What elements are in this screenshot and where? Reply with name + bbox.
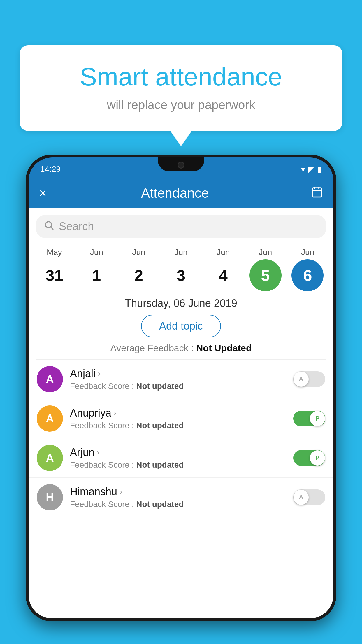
calendar-day-4[interactable]: Jun4 — [204, 248, 242, 291]
status-icons: ▾ ◤ ▮ — [301, 164, 322, 174]
student-name-3: Himanshu › — [70, 486, 293, 498]
student-name-0: Anjali › — [70, 368, 293, 380]
feedback-score-0: Feedback Score : Not updated — [70, 382, 293, 391]
volume-silent-button — [26, 239, 29, 260]
status-time: 14:29 — [40, 164, 61, 174]
cal-month-1: Jun — [90, 248, 103, 257]
avg-feedback-label: Average Feedback : — [110, 343, 196, 353]
toggle-knob-2: P — [310, 450, 325, 466]
signal-icon: ◤ — [308, 164, 314, 174]
attendance-toggle-1[interactable]: P — [293, 411, 325, 426]
cal-date-2: 2 — [123, 259, 155, 291]
selected-date-label: Thursday, 06 June 2019 — [29, 297, 333, 309]
student-name-2: Arjun › — [70, 446, 293, 459]
attendance-toggle-3[interactable]: A — [293, 489, 325, 505]
chevron-icon-1: › — [114, 408, 116, 418]
student-row-3[interactable]: HHimanshu ›Feedback Score : Not updatedA — [29, 478, 333, 517]
search-input[interactable]: Search — [59, 220, 94, 233]
student-list: AAnjali ›Feedback Score : Not updatedAAA… — [29, 360, 333, 517]
bubble-subtitle: will replace your paperwork — [43, 98, 319, 112]
student-avatar-0: A — [37, 366, 63, 392]
student-avatar-1: A — [37, 405, 63, 432]
student-name-1: Anupriya › — [70, 407, 293, 419]
page-title: Attendance — [39, 185, 311, 201]
cal-month-6: Jun — [301, 248, 314, 257]
calendar-day-3[interactable]: Jun3 — [162, 248, 200, 291]
cal-date-4: 4 — [207, 259, 239, 291]
cal-month-0: May — [47, 248, 62, 257]
cal-month-5: Jun — [259, 248, 272, 257]
student-info-1: Anupriya ›Feedback Score : Not updated — [70, 407, 293, 430]
cal-date-0: 31 — [38, 259, 70, 291]
add-topic-button[interactable]: Add topic — [141, 315, 221, 337]
phone-notch — [158, 158, 204, 172]
volume-down-button — [26, 303, 29, 335]
chevron-icon-3: › — [120, 487, 122, 496]
cal-date-3: 3 — [165, 259, 197, 291]
chevron-icon-0: › — [98, 369, 101, 378]
avg-feedback: Average Feedback : Not Updated — [29, 343, 333, 354]
speech-bubble: Smart attendance will replace your paper… — [20, 45, 342, 131]
student-avatar-2: A — [37, 445, 63, 471]
calendar-day-6[interactable]: Jun6 — [289, 248, 326, 291]
feedback-score-3: Feedback Score : Not updated — [70, 500, 293, 509]
volume-up-button — [26, 265, 29, 298]
phone-frame: 14:29 ▾ ◤ ▮ × Attendance — [26, 155, 336, 621]
power-button — [333, 268, 336, 295]
student-row-2[interactable]: AArjun ›Feedback Score : Not updatedP — [29, 438, 333, 478]
app-header: × Attendance — [29, 178, 333, 208]
chevron-icon-2: › — [97, 448, 99, 457]
speech-bubble-container: Smart attendance will replace your paper… — [20, 45, 342, 131]
wifi-icon: ▾ — [301, 164, 305, 174]
cal-month-2: Jun — [132, 248, 145, 257]
student-info-0: Anjali ›Feedback Score : Not updated — [70, 368, 293, 391]
student-row-1[interactable]: AAnupriya ›Feedback Score : Not updatedP — [29, 399, 333, 438]
search-bar[interactable]: Search — [36, 215, 326, 238]
svg-point-4 — [45, 222, 52, 228]
phone-content: Search May31Jun1Jun2Jun3Jun4Jun5Jun6 Thu… — [29, 208, 333, 618]
student-row-0[interactable]: AAnjali ›Feedback Score : Not updatedA — [29, 360, 333, 399]
student-info-2: Arjun ›Feedback Score : Not updated — [70, 446, 293, 470]
student-info-3: Himanshu ›Feedback Score : Not updated — [70, 486, 293, 509]
search-icon — [44, 220, 54, 233]
calendar-day-2[interactable]: Jun2 — [120, 248, 158, 291]
battery-icon: ▮ — [317, 164, 322, 174]
calendar-strip: May31Jun1Jun2Jun3Jun4Jun5Jun6 — [29, 243, 333, 291]
toggle-knob-3: A — [294, 490, 309, 505]
svg-line-5 — [51, 227, 53, 230]
toggle-knob-0: A — [294, 372, 309, 387]
calendar-day-1[interactable]: Jun1 — [78, 248, 115, 291]
feedback-score-2: Feedback Score : Not updated — [70, 460, 293, 470]
cal-date-5: 5 — [249, 259, 282, 291]
cal-month-4: Jun — [217, 248, 230, 257]
cal-date-6: 6 — [291, 259, 324, 291]
cal-date-1: 1 — [80, 259, 113, 291]
attendance-toggle-0[interactable]: A — [293, 371, 325, 387]
calendar-day-5[interactable]: Jun5 — [247, 248, 284, 291]
front-camera — [178, 162, 184, 169]
student-avatar-3: H — [37, 484, 63, 510]
calendar-icon[interactable] — [311, 186, 323, 201]
cal-month-3: Jun — [174, 248, 187, 257]
bubble-title: Smart attendance — [43, 63, 319, 91]
avg-feedback-value: Not Updated — [196, 343, 252, 353]
toggle-knob-1: P — [310, 411, 325, 426]
feedback-score-1: Feedback Score : Not updated — [70, 421, 293, 430]
svg-rect-0 — [312, 188, 321, 197]
attendance-toggle-2[interactable]: P — [293, 450, 325, 466]
calendar-day-0[interactable]: May31 — [35, 248, 73, 291]
